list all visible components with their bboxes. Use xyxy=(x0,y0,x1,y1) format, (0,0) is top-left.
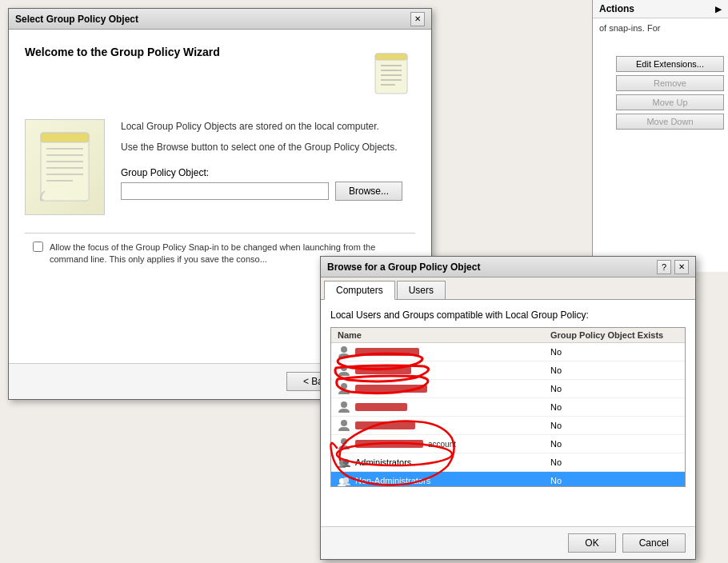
browse-description: Local Users and Groups compatible with L… xyxy=(330,309,686,321)
row-gpo-5: No xyxy=(550,421,678,430)
redacted-name xyxy=(355,385,427,393)
scroll-icon xyxy=(371,50,411,98)
move-down-button: Move Down xyxy=(616,114,724,130)
browse-help-button[interactable]: ? xyxy=(657,260,671,274)
browse-cancel-button[interactable]: Cancel xyxy=(622,533,686,553)
wizard-header: Welcome to the Group Policy Wizard xyxy=(25,46,415,102)
browse-body: Local Users and Groups compatible with L… xyxy=(321,300,695,497)
row-gpo-3: No xyxy=(550,384,678,393)
browse-title: Browse for a Group Policy Object xyxy=(327,262,480,273)
list-item[interactable]: No xyxy=(331,380,685,398)
allow-focus-checkbox[interactable] xyxy=(33,242,43,252)
wizard-left-icon xyxy=(25,119,105,215)
sgpo-close-button[interactable]: ✕ xyxy=(410,12,425,26)
svg-rect-15 xyxy=(341,346,347,353)
tab-users[interactable]: Users xyxy=(397,281,446,299)
redacted-name xyxy=(355,440,423,448)
gpo-label: Group Policy Object: xyxy=(121,167,415,178)
edit-extensions-button[interactable]: Edit Extensions... xyxy=(616,56,724,72)
svg-rect-19 xyxy=(341,420,347,426)
user-icon xyxy=(338,419,350,432)
svg-rect-18 xyxy=(341,401,347,408)
tabs-area: Computers Users xyxy=(321,278,695,300)
list-item-non-administrators[interactable]: Non-Administrators No xyxy=(331,472,685,487)
wizard-title-area: Welcome to the Group Policy Wizard xyxy=(25,46,359,65)
group-icon xyxy=(338,456,350,469)
row-name-non-administrators: Non-Administrators xyxy=(338,474,550,487)
actions-title: Actions xyxy=(599,3,634,14)
user-icon xyxy=(338,401,350,413)
action-buttons: Edit Extensions... Remove Move Up Move D… xyxy=(616,56,724,130)
svg-rect-17 xyxy=(341,383,347,389)
list-item[interactable]: No xyxy=(331,361,685,380)
browse-footer: OK Cancel xyxy=(321,526,695,559)
list-item[interactable]: No xyxy=(331,417,685,435)
actions-panel: Actions ▶ of snap-ins. For Edit Extensio… xyxy=(592,0,728,272)
row-name-2 xyxy=(338,364,550,377)
actions-arrow: ▶ xyxy=(715,5,722,14)
tab-computers[interactable]: Computers xyxy=(324,281,395,300)
col-gpo: Group Policy Object Exists xyxy=(550,330,678,340)
user-list: Name Group Policy Object Exists No No xyxy=(330,327,686,487)
list-item-administrators[interactable]: Administrators No xyxy=(331,453,685,472)
actions-header: Actions ▶ xyxy=(593,0,728,18)
ok-button[interactable]: OK xyxy=(568,533,615,553)
document-icon-large xyxy=(37,131,93,203)
redacted-name xyxy=(355,366,411,374)
row-name-3 xyxy=(338,382,550,395)
sgpo-titlebar: Select Group Policy Object ✕ xyxy=(9,9,431,30)
redacted-name xyxy=(355,421,415,429)
wizard-main-title: Welcome to the Group Policy Wizard xyxy=(25,46,359,58)
list-item[interactable]: account No xyxy=(331,435,685,453)
partial-account-text: account xyxy=(428,440,456,449)
svg-rect-20 xyxy=(341,438,347,445)
gpo-section: Group Policy Object: Local Computer Brow… xyxy=(121,167,415,201)
gpo-input-row: Local Computer Browse... xyxy=(121,182,415,201)
list-item[interactable]: No xyxy=(331,398,685,417)
administrators-label: Administrators xyxy=(355,457,411,467)
row-gpo-administrators: No xyxy=(550,457,678,467)
wizard-icon xyxy=(367,46,415,102)
remove-button: Remove xyxy=(616,75,724,91)
col-name: Name xyxy=(338,330,550,340)
non-administrators-label: Non-Administrators xyxy=(355,476,430,485)
user-icon xyxy=(338,364,350,377)
row-name-5 xyxy=(338,419,550,432)
row-gpo-2: No xyxy=(550,365,678,375)
list-item[interactable]: No xyxy=(331,343,685,361)
browse-titlebar: Browse for a Group Policy Object ? ✕ xyxy=(321,257,695,278)
svg-rect-16 xyxy=(341,365,347,371)
user-icon xyxy=(338,437,350,450)
row-gpo-4: No xyxy=(550,402,678,412)
svg-rect-22 xyxy=(343,459,349,465)
gpo-input[interactable]: Local Computer xyxy=(121,182,329,200)
row-name-administrators: Administrators xyxy=(338,456,550,469)
browse-button[interactable]: Browse... xyxy=(335,182,402,201)
svg-rect-1 xyxy=(375,54,407,60)
wizard-body: Local Group Policy Objects are stored on… xyxy=(25,119,415,215)
redacted-name xyxy=(355,348,419,356)
redacted-name xyxy=(355,403,407,411)
svg-rect-24 xyxy=(343,477,349,483)
row-name-4 xyxy=(338,401,550,413)
user-icon xyxy=(338,345,350,358)
row-gpo-non-administrators: No xyxy=(550,476,678,485)
sgpo-title: Select Group Policy Object xyxy=(15,14,138,25)
wizard-text-1: Local Group Policy Objects are stored on… xyxy=(121,119,415,134)
row-gpo-6: No xyxy=(550,439,678,449)
list-header: Name Group Policy Object Exists xyxy=(331,328,685,343)
row-gpo-1: No xyxy=(550,347,678,357)
row-name-6: account xyxy=(338,437,550,450)
browse-title-controls: ? ✕ xyxy=(657,260,689,274)
svg-rect-7 xyxy=(41,133,89,201)
svg-rect-8 xyxy=(41,133,89,142)
browse-close-button[interactable]: ✕ xyxy=(674,260,689,274)
group-icon xyxy=(338,474,350,487)
snap-text: of snap-ins. For xyxy=(593,18,728,38)
sgpo-content: Welcome to the Group Policy Wizard xyxy=(9,30,431,290)
dialog-browse: Browse for a Group Policy Object ? ✕ Com… xyxy=(320,256,696,560)
row-name-1 xyxy=(338,345,550,358)
wizard-text-area: Local Group Policy Objects are stored on… xyxy=(121,119,415,215)
move-up-button: Move Up xyxy=(616,94,724,110)
wizard-text-2: Use the Browse button to select one of t… xyxy=(121,140,415,154)
